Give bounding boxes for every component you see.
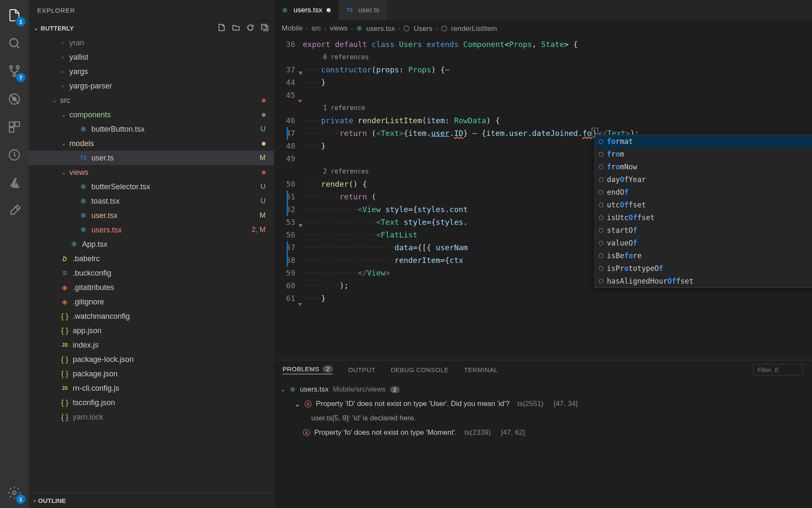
source-control-icon[interactable]: 7 bbox=[4, 61, 25, 81]
folder-item[interactable]: ⌄components bbox=[29, 108, 274, 122]
item-label: .babelrc bbox=[73, 254, 266, 263]
file-item[interactable]: { }tsconfig.json bbox=[29, 395, 274, 410]
react-icon: ⚛ bbox=[79, 211, 88, 220]
file-item[interactable]: JSindex.js bbox=[29, 338, 274, 352]
folder-item[interactable]: ›yargs bbox=[29, 64, 274, 79]
explorer-actions bbox=[217, 23, 269, 33]
suggest-item[interactable]: ⬡isBefore bbox=[595, 249, 812, 262]
suggest-item[interactable]: ⬡hasAlignedHourOffset bbox=[595, 275, 812, 287]
suggest-item[interactable]: ⬡from bbox=[595, 148, 812, 160]
item-label: yargs-parser bbox=[69, 82, 266, 91]
new-folder-icon[interactable] bbox=[232, 23, 240, 33]
explorer-icon[interactable]: 1 bbox=[4, 5, 25, 25]
file-item[interactable]: { }package.json bbox=[29, 367, 274, 381]
file-item[interactable]: ≡.buckconfig bbox=[29, 266, 274, 280]
share-icon[interactable] bbox=[4, 201, 25, 221]
folder-item[interactable]: ⌄models bbox=[29, 136, 274, 151]
folder-item[interactable]: ›yran bbox=[29, 36, 274, 50]
code-editor[interactable]: 3637⊞44454647484950515253⊞565758596061 e… bbox=[274, 36, 812, 360]
tab-output[interactable]: OUTPUT bbox=[348, 366, 376, 373]
suggest-item[interactable]: ⬡isPrototypeOf bbox=[595, 262, 812, 275]
method-icon: ⬡ bbox=[598, 227, 604, 234]
item-label: user.tsx bbox=[91, 211, 260, 220]
ts-icon: TS bbox=[79, 155, 88, 161]
tab-debug-console[interactable]: DEBUG CONSOLE bbox=[391, 366, 449, 373]
folder-item[interactable]: ⌄src bbox=[29, 93, 274, 108]
item-label: .gitignore bbox=[73, 298, 266, 306]
problem-item[interactable]: ⓧ Property 'fo' does not exist on type '… bbox=[281, 425, 805, 440]
file-item[interactable]: { }package-lock.json bbox=[29, 352, 274, 367]
tab-problems[interactable]: PROBLEMS 2 bbox=[283, 365, 333, 374]
editor-tab[interactable]: TSuser.ts bbox=[339, 0, 387, 20]
breadcrumb-item[interactable]: views bbox=[329, 24, 348, 33]
collapse-all-icon[interactable] bbox=[261, 23, 269, 33]
suggest-label: isBefore bbox=[607, 251, 642, 260]
file-item[interactable]: ⚛butterButton.tsxU bbox=[29, 122, 274, 136]
json-icon: { } bbox=[60, 312, 69, 321]
breadcrumb-item[interactable]: ⬡ renderListItem bbox=[441, 24, 497, 33]
react-icon: ⚛ bbox=[289, 385, 296, 394]
suggest-item[interactable]: ⬡fromNow bbox=[595, 160, 812, 173]
file-item[interactable]: TSuser.tsM bbox=[29, 151, 274, 165]
suggest-item[interactable]: ⬡valueOf bbox=[595, 237, 812, 249]
project-header[interactable]: ⌄ BUTTERLY bbox=[29, 20, 274, 36]
breadcrumb-item[interactable]: ⬡ Users bbox=[403, 24, 432, 33]
method-icon: ⬡ bbox=[598, 252, 604, 259]
fold-icon[interactable]: ⊞ bbox=[299, 219, 302, 232]
svg-point-3 bbox=[16, 66, 19, 69]
item-label: tsconfig.json bbox=[73, 398, 266, 407]
suggest-item[interactable]: ⬡dayOfYear bbox=[595, 173, 812, 186]
json-icon: { } bbox=[60, 413, 69, 422]
problem-related-info[interactable]: user.ts[5, 9]: 'id' is declared here. bbox=[281, 411, 805, 425]
file-item[interactable]: { }app.json bbox=[29, 323, 274, 338]
folder-item[interactable]: ›yargs-parser bbox=[29, 79, 274, 93]
folder-item[interactable]: ⌄views bbox=[29, 165, 274, 179]
svg-point-4 bbox=[13, 74, 16, 77]
file-item[interactable]: JSrn-cli.config.js bbox=[29, 381, 274, 395]
suggest-item[interactable]: ⬡endOf bbox=[595, 186, 812, 199]
method-icon: ⬡ bbox=[598, 202, 604, 208]
file-item[interactable]: { }yarn.lock bbox=[29, 410, 274, 424]
chevron-right-icon: › bbox=[306, 25, 308, 32]
refresh-icon[interactable] bbox=[246, 23, 255, 33]
suggest-label: startOf bbox=[607, 226, 637, 235]
intellisense-popup[interactable]: ⬡format⬡from⬡fromNow⬡dayOfYear⬡endOf⬡utc… bbox=[595, 135, 812, 288]
suggest-item[interactable]: ⬡format bbox=[595, 135, 812, 148]
problem-item[interactable]: ⌄ ⓧ Property 'ID' does not exist on type… bbox=[281, 397, 805, 411]
new-file-icon[interactable] bbox=[217, 23, 226, 33]
file-item[interactable]: ⚛toast.tsxU bbox=[29, 194, 274, 208]
breadcrumb[interactable]: Mobile›src›views›⚛ users.tsx›⬡ Users›⬡ r… bbox=[274, 20, 812, 36]
search-icon[interactable] bbox=[4, 33, 25, 53]
fold-icon[interactable]: ⊞ bbox=[299, 66, 302, 79]
settings-icon[interactable]: 1 bbox=[4, 483, 25, 503]
timeline-icon[interactable] bbox=[4, 145, 25, 165]
file-item[interactable]: ◈.gitattributes bbox=[29, 280, 274, 295]
file-item[interactable]: ⚛user.tsxM bbox=[29, 208, 274, 223]
file-item[interactable]: b.babelrc bbox=[29, 251, 274, 266]
file-item[interactable]: ◈.gitignore bbox=[29, 295, 274, 309]
problems-file-group[interactable]: ⌄ ⚛ users.tsx Mobile/src/views 2 bbox=[281, 382, 805, 397]
azure-icon[interactable] bbox=[4, 173, 25, 193]
chevron-icon: › bbox=[62, 69, 68, 74]
tab-terminal[interactable]: TERMINAL bbox=[464, 366, 498, 373]
suggest-item[interactable]: ⬡startOf bbox=[595, 224, 812, 237]
debug-icon[interactable] bbox=[4, 89, 25, 109]
breadcrumb-item[interactable]: src bbox=[311, 24, 321, 33]
problem-position: [47, 62] bbox=[501, 428, 525, 437]
extensions-icon[interactable] bbox=[4, 117, 25, 137]
folder-item[interactable]: ›yallist bbox=[29, 50, 274, 64]
file-item[interactable]: ⚛butterSelector.tsxU bbox=[29, 179, 274, 194]
file-item[interactable]: { }.watchmanconfig bbox=[29, 309, 274, 323]
item-label: models bbox=[69, 139, 262, 148]
file-item[interactable]: ⚛users.tsx2, M bbox=[29, 223, 274, 237]
breadcrumb-item[interactable]: Mobile bbox=[282, 24, 303, 33]
problems-file-path: Mobile/src/views bbox=[333, 385, 386, 394]
file-item[interactable]: ⚛App.tsx bbox=[29, 237, 274, 251]
lines-icon: ≡ bbox=[60, 269, 69, 278]
breadcrumb-item[interactable]: ⚛ users.tsx bbox=[356, 24, 395, 33]
problems-filter-input[interactable] bbox=[753, 364, 804, 375]
suggest-item[interactable]: ⬡utcOffset bbox=[595, 199, 812, 211]
outline-header[interactable]: › OUTLINE bbox=[29, 493, 274, 508]
suggest-item[interactable]: ⬡isUtcOffset bbox=[595, 211, 812, 224]
editor-tab[interactable]: ⚛users.tsx bbox=[274, 0, 339, 20]
